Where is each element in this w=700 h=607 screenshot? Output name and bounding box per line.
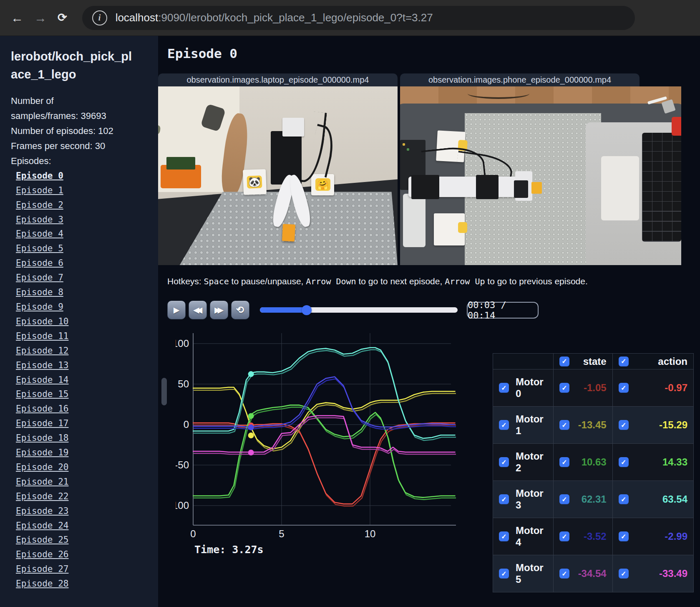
svg-text:100: 100 — [176, 338, 189, 349]
sidebar-item-episode-19[interactable]: Episode 19 — [16, 448, 68, 458]
sidebar-item-episode-14[interactable]: Episode 14 — [16, 375, 68, 385]
video-laptop[interactable]: 🐼 🤗 — [158, 86, 398, 265]
motor-2-state-value: 10.63 — [582, 456, 607, 468]
motor-5-action-checkbox[interactable]: ✓ — [619, 569, 629, 579]
scene-robot-joint — [476, 175, 499, 199]
motor-3-checkbox[interactable]: ✓ — [499, 494, 509, 504]
motor-4-action-checkbox[interactable]: ✓ — [619, 531, 629, 541]
stat-line: Number of — [11, 94, 158, 109]
sidebar-item-episode-1[interactable]: Episode 1 — [16, 185, 63, 195]
motor-1-label: Motor 1 — [516, 413, 547, 437]
motor-5-action-value: -33.49 — [659, 568, 687, 579]
info-icon[interactable]: i — [92, 10, 107, 25]
sidebar-item-episode-5[interactable]: Episode 5 — [16, 243, 63, 253]
scene-orange-brick — [282, 224, 295, 241]
sidebar-item-episode-23[interactable]: Episode 23 — [16, 506, 68, 516]
forward-icon[interactable]: → — [34, 12, 47, 24]
stat-line: Episodes: — [11, 154, 158, 169]
motor-2-label: Motor 2 — [516, 450, 547, 474]
motor-1-checkbox[interactable]: ✓ — [499, 420, 509, 430]
sidebar-item-episode-17[interactable]: Episode 17 — [16, 418, 68, 428]
page-title: Episode 0 — [167, 46, 237, 61]
motor-5-checkbox[interactable]: ✓ — [499, 569, 509, 579]
sidebar-item-episode-24[interactable]: Episode 24 — [16, 521, 68, 531]
motor-2-state-checkbox[interactable]: ✓ — [559, 457, 569, 467]
sidebar-item-episode-3[interactable]: Episode 3 — [16, 215, 63, 225]
motor-2-action-checkbox[interactable]: ✓ — [619, 457, 629, 467]
video-phone[interactable] — [400, 86, 681, 265]
stat-line: Number of episodes: 102 — [11, 124, 158, 139]
motor-0-checkbox[interactable]: ✓ — [499, 383, 509, 393]
sidebar-item-episode-8[interactable]: Episode 8 — [16, 287, 63, 297]
sidebar-item-episode-21[interactable]: Episode 21 — [16, 477, 68, 487]
table-corner-cell — [493, 354, 554, 369]
play-button[interactable]: ▶ — [167, 301, 186, 319]
scrollbar-thumb[interactable] — [161, 378, 167, 405]
motor-3-state-checkbox[interactable]: ✓ — [559, 494, 569, 504]
state-header-cell: ✓ state — [553, 354, 612, 369]
sidebar-item-episode-7[interactable]: Episode 7 — [16, 273, 63, 283]
motor-0-action-checkbox[interactable]: ✓ — [619, 383, 629, 393]
fast-forward-button[interactable]: ▶▶ — [210, 301, 228, 319]
sidebar-item-episode-25[interactable]: Episode 25 — [16, 535, 68, 545]
table-row-motor-4: ✓Motor 4✓-3.52✓-2.99 — [493, 518, 694, 555]
svg-text:10: 10 — [365, 528, 376, 539]
sidebar-item-episode-16[interactable]: Episode 16 — [16, 404, 68, 414]
svg-text:-100: -100 — [176, 500, 189, 511]
fast-forward-icon: ▶▶ — [214, 305, 221, 315]
time-display: 00:03 / 00:14 — [467, 302, 539, 319]
sidebar-item-episode-28[interactable]: Episode 28 — [16, 579, 68, 589]
sidebar-item-episode-2[interactable]: Episode 2 — [16, 200, 63, 210]
sidebar-item-episode-0[interactable]: Episode 0 — [16, 171, 63, 181]
motor-5-state-checkbox[interactable]: ✓ — [559, 569, 569, 579]
sidebar-item-episode-12[interactable]: Episode 12 — [16, 346, 68, 356]
svg-text:5: 5 — [279, 528, 284, 539]
sidebar-item-episode-22[interactable]: Episode 22 — [16, 491, 68, 501]
player-controls: ▶ ◀◀ ▶▶ ⟳ 00:03 / 00:14 — [167, 301, 539, 319]
motor-3-action-checkbox[interactable]: ✓ — [619, 494, 629, 504]
scene-robot-motor — [514, 180, 528, 198]
url-bar[interactable]: i localhost:9090/lerobot/koch_pick_place… — [82, 6, 635, 30]
rewind-icon: ◀◀ — [193, 305, 199, 315]
rewind-button[interactable]: ◀◀ — [189, 301, 207, 319]
motor-1-action-checkbox[interactable]: ✓ — [619, 420, 629, 430]
svg-text:0: 0 — [184, 419, 189, 430]
dataset-stats: Number ofsamples/frames: 39693Number of … — [11, 94, 158, 169]
sidebar-item-episode-20[interactable]: Episode 20 — [16, 462, 68, 472]
motor-4-checkbox[interactable]: ✓ — [499, 531, 509, 541]
action-column-checkbox[interactable]: ✓ — [619, 357, 629, 367]
sidebar-item-episode-10[interactable]: Episode 10 — [16, 316, 68, 326]
sidebar-item-episode-9[interactable]: Episode 9 — [16, 302, 63, 312]
motor-1-state-checkbox[interactable]: ✓ — [559, 420, 569, 430]
motor-0-state-checkbox[interactable]: ✓ — [559, 383, 569, 393]
seek-thumb[interactable] — [302, 305, 312, 315]
back-icon[interactable]: ← — [11, 12, 23, 24]
url-path: :9090/lerobot/koch_pick_place_1_lego/epi… — [158, 11, 433, 24]
sidebar-item-episode-6[interactable]: Episode 6 — [16, 258, 63, 268]
stat-line: samples/frames: 39693 — [11, 109, 158, 124]
scene-red-object — [672, 117, 681, 136]
loop-icon: ⟳ — [236, 304, 244, 316]
reload-icon[interactable]: ⟳ — [58, 12, 67, 23]
sidebar-item-episode-11[interactable]: Episode 11 — [16, 331, 68, 341]
chart-canvas[interactable]: 100500-50-1000510 — [176, 330, 456, 539]
seek-slider[interactable] — [260, 307, 458, 313]
motor-4-label: Motor 4 — [516, 525, 547, 548]
state-header-label: state — [583, 356, 607, 367]
loop-button[interactable]: ⟳ — [231, 301, 249, 319]
sidebar-item-episode-15[interactable]: Episode 15 — [16, 389, 68, 399]
motor-4-state-checkbox[interactable]: ✓ — [559, 531, 569, 541]
motor-2-action-value: 14.33 — [662, 456, 687, 468]
sidebar-item-episode-26[interactable]: Episode 26 — [16, 549, 68, 559]
sidebar-item-episode-13[interactable]: Episode 13 — [16, 360, 68, 370]
sidebar-item-episode-27[interactable]: Episode 27 — [16, 564, 68, 574]
motor-2-checkbox[interactable]: ✓ — [499, 457, 509, 467]
state-column-checkbox[interactable]: ✓ — [559, 357, 569, 367]
scene-panda-box: 🐼 — [243, 169, 267, 195]
video-title-laptop: observation.images.laptop_episode_000000… — [158, 73, 398, 86]
sidebar-item-episode-4[interactable]: Episode 4 — [16, 229, 63, 239]
sidebar-item-episode-18[interactable]: Episode 18 — [16, 433, 68, 443]
motor-4-state-value: -3.52 — [584, 531, 607, 542]
sidebar: lerobot/koch_pick_place_1_lego Number of… — [0, 36, 158, 607]
motor-1-state-value: -13.45 — [578, 419, 607, 431]
